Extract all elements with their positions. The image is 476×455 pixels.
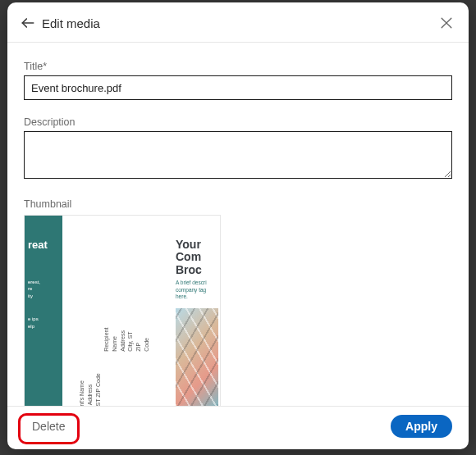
description-textarea[interactable] [24,131,452,179]
title-input[interactable] [24,75,452,100]
brochure-left-text-a: erest, re ity [28,279,59,299]
brochure-right-heading: Your Com Broc [176,239,220,276]
title-label: Title* [24,61,452,72]
brochure-right-panel: Your Com Broc A brief descri company tag… [174,216,220,406]
brochure-preview-content: reat erest, re ity e ips elp ent's Name … [25,216,220,406]
brochure-right-subtext: A brief descri company tag here. [176,280,220,300]
description-label: Description [24,116,452,128]
brochure-image [176,308,218,406]
edit-media-modal: Edit media Title* Description Thumbnail … [7,2,469,449]
brochure-mid-panel: ent's Name s Address , ST ZIP Code Recip… [62,216,174,406]
close-button[interactable] [436,12,457,34]
modal-header: Edit media [7,2,469,43]
arrow-left-icon [20,15,36,31]
apply-button[interactable]: Apply [391,415,452,438]
brochure-left-panel: reat erest, re ity e ips elp [25,216,62,406]
modal-title: Edit media [42,16,436,30]
scroll-area[interactable]: Title* Description Thumbnail reat erest,… [7,43,469,406]
thumbnail-preview[interactable]: reat erest, re ity e ips elp ent's Name … [24,215,221,406]
back-button[interactable] [19,14,37,32]
brochure-rotated-text-1: ent's Name s Address , ST ZIP Code [78,373,102,406]
delete-button[interactable]: Delete [24,415,73,438]
close-icon [438,15,455,31]
modal-footer: Delete Apply [7,406,469,449]
brochure-left-text-b: e ips elp [28,316,59,330]
modal-body: Title* Description Thumbnail reat erest,… [7,43,469,406]
thumbnail-label: Thumbnail [24,198,452,210]
brochure-left-heading: reat [28,239,59,251]
brochure-rotated-text-2: Recipient Name Address City, ST ZIP Code [103,328,151,352]
